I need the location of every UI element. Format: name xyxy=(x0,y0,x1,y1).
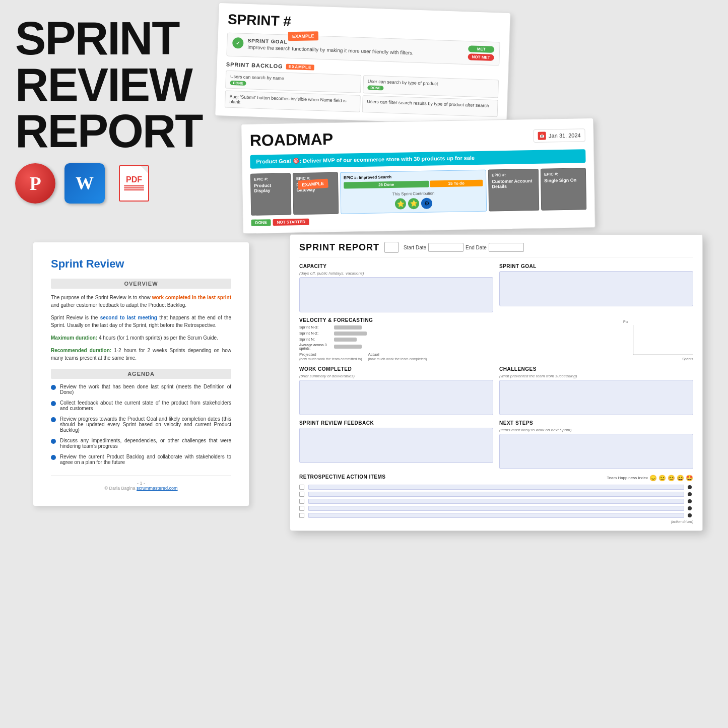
epic-payment-gateway: EPIC #: Payment Gateway xyxy=(293,172,339,215)
feedback-textarea[interactable] xyxy=(299,428,493,463)
retro-row xyxy=(299,492,693,497)
retro-line xyxy=(308,506,684,511)
dot-indicator xyxy=(688,506,692,510)
dot-indicator xyxy=(688,499,692,503)
retro-row xyxy=(299,485,693,490)
sprint-goal-icon: ✓ xyxy=(232,37,244,49)
backlog-item: Bug: 'Submit' button becomes invisible w… xyxy=(225,91,361,112)
word-icon: W xyxy=(64,163,105,204)
feedback-nextsteps-row: SPRINT REVIEW FEEDBACK NEXT STEPS (items… xyxy=(299,420,693,469)
challenges-textarea[interactable] xyxy=(499,380,693,415)
agenda-item: Review the current Product Backlog and c… xyxy=(51,454,231,465)
report-title: SPRINT REPORT xyxy=(299,242,379,253)
backlog-item: User can search by type of product DONE xyxy=(363,75,499,98)
retro-checkbox[interactable] xyxy=(299,485,304,490)
bullet-dot xyxy=(51,439,56,444)
sprint-backlog-section: SPRINT BACKLOG EXAMPLE Users can search … xyxy=(225,61,499,117)
velocity-bars: Sprint N-3: Sprint N-2: Sprint N: Averag… xyxy=(299,325,629,361)
agenda-header: AGENDA xyxy=(51,369,231,379)
work-challenges-row: WORK COMPLETED (brief summary of deliver… xyxy=(299,366,693,415)
next-steps-textarea[interactable] xyxy=(499,434,693,469)
met-not-met-buttons: MET NOT MET xyxy=(468,45,494,61)
footer-link[interactable]: scrummastered.com xyxy=(137,486,178,491)
retro-line xyxy=(308,492,684,497)
retrospective-section: RETROSPECTIVE ACTION ITEMS Team Happines… xyxy=(299,474,693,523)
retro-checkbox[interactable] xyxy=(299,499,304,504)
epic-product-display: EPIC #: Product Display xyxy=(250,173,291,215)
agenda-list: Review the work that has been done last … xyxy=(51,384,231,465)
agenda-item: Review progress towards the Product Goal… xyxy=(51,416,231,433)
retro-checkbox[interactable] xyxy=(299,513,304,518)
challenges-section: CHALLENGES (what prevented the team from… xyxy=(499,366,693,415)
work-completed-textarea[interactable] xyxy=(299,380,493,415)
dot-indicator xyxy=(688,492,692,496)
retro-row xyxy=(299,506,693,511)
footer-page: - 1 - xyxy=(51,481,231,486)
roadmap-bottom-tags: DONE NOT STARTED xyxy=(251,214,586,226)
sprint-review-doc: Sprint Review OVERVIEW The purpose of th… xyxy=(33,242,249,506)
emoji-smile: 😊 xyxy=(668,475,675,482)
main-title: SPRINT REVIEW REPORT xyxy=(15,15,232,154)
next-steps-section: NEXT STEPS (items most likely to work on… xyxy=(499,420,693,469)
happiness-index: Team Happiness Index 😞 😐 😊 😄 🤩 xyxy=(607,475,693,482)
backlog-grid: Users can search by name DONE User can s… xyxy=(225,71,499,117)
work-completed-section: WORK COMPLETED (brief summary of deliver… xyxy=(299,366,493,415)
dot-indicator xyxy=(688,485,692,489)
retro-row xyxy=(299,513,693,518)
example-stamp-goal: EXAMPLE xyxy=(288,31,318,41)
emoji-excited: 🤩 xyxy=(686,475,693,482)
sprint-goal-textarea[interactable] xyxy=(499,271,693,306)
roadmap-card: EXAMPLE ROADMAP 📅 Jan 31, 2024 Product G… xyxy=(241,118,595,234)
retro-checkbox[interactable] xyxy=(299,506,304,511)
doc-title: Sprint Review xyxy=(51,257,231,271)
bullet-dot xyxy=(51,417,56,422)
retro-checkbox[interactable] xyxy=(299,492,304,497)
backlog-item: Users can search by name DONE xyxy=(225,71,361,93)
agenda-item: Discuss any impediments, dependencies, o… xyxy=(51,438,231,449)
velocity-section: VELOCITY & FORECASTING Sprint N-3: Sprin… xyxy=(299,317,693,361)
retro-line xyxy=(308,513,684,518)
roadmap-header: ROADMAP 📅 Jan 31, 2024 xyxy=(249,125,585,150)
overview-p1: The purpose of the Sprint Review is to s… xyxy=(51,294,231,309)
left-panel: SPRINT REVIEW REPORT P W PDF xyxy=(15,15,232,204)
app-icons-row: P W PDF xyxy=(15,163,232,204)
sprint-report-card: SPRINT REPORT Start Date End Date CAPACI… xyxy=(290,234,703,531)
sprint-goal-section: SPRINT GOAL xyxy=(499,263,693,312)
epic-improved-search: EPIC #: Improved Search 25 Done 15 To do… xyxy=(340,170,487,214)
retro-rows-container xyxy=(299,485,693,518)
start-date-field[interactable] xyxy=(428,243,464,252)
rec-duration: Recommended duration: 1-2 hours for 2 we… xyxy=(51,347,231,362)
sprint-num-card: SPRINT # EXAMPLE ✓ SPRINT GOAL Improve t… xyxy=(215,3,510,126)
bullet-dot xyxy=(51,401,56,406)
bullet-dot xyxy=(51,455,56,460)
velocity-chart: Pts Sprints xyxy=(633,325,693,355)
capacity-textarea[interactable] xyxy=(299,277,493,312)
overview-header: OVERVIEW xyxy=(51,279,231,289)
agenda-item: Review the work that has been done last … xyxy=(51,384,231,395)
met-button[interactable]: MET xyxy=(468,45,494,53)
product-goal-bar: Product Goal 🎯: Deliver MVP of our ecomm… xyxy=(250,149,585,169)
sprint-contribution: This Sprint Contribution ⭐ ⭐ ⚙ xyxy=(344,190,484,211)
report-num-box[interactable] xyxy=(384,242,399,253)
retro-row xyxy=(299,499,693,504)
report-date-boxes: Start Date End Date xyxy=(404,243,524,252)
powerpoint-icon: P xyxy=(15,163,55,204)
capacity-section: CAPACITY (days off, public holidays, vac… xyxy=(299,263,493,312)
emoji-neutral: 😐 xyxy=(658,475,666,482)
not-met-button[interactable]: NOT MET xyxy=(468,53,494,61)
retro-title: RETROSPECTIVE ACTION ITEMS xyxy=(299,474,386,480)
bullet-dot xyxy=(51,385,56,390)
backlog-item: Users can filter search results by type … xyxy=(362,95,498,117)
epic-customer-account: EPIC #: Customer Account Details xyxy=(488,169,539,212)
epics-row: EPIC #: Product Display EPIC #: Payment … xyxy=(250,168,586,216)
feedback-section: SPRINT REVIEW FEEDBACK xyxy=(299,420,493,469)
emoji-sad: 😞 xyxy=(649,475,657,482)
end-date-field[interactable] xyxy=(489,243,524,252)
date-badge: 📅 Jan 31, 2024 xyxy=(534,128,585,143)
sprint-num-title: SPRINT # xyxy=(227,12,501,37)
report-header: SPRINT REPORT Start Date End Date xyxy=(299,242,693,257)
pdf-icon: PDF xyxy=(114,163,154,204)
calendar-icon: 📅 xyxy=(538,131,546,140)
retro-line xyxy=(308,499,684,504)
sprint-goal-content: SPRINT GOAL Improve the search functiona… xyxy=(247,38,465,57)
